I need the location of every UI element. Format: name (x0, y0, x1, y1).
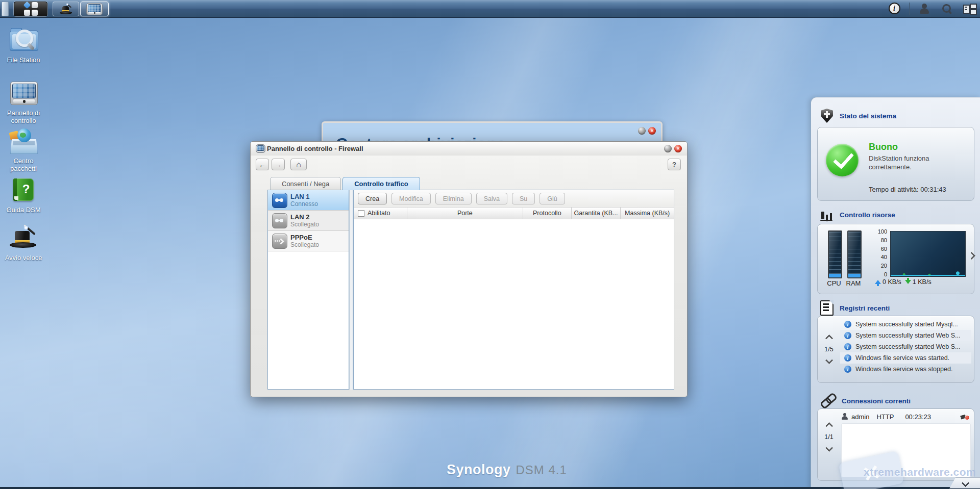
minimize-button[interactable] (638, 127, 646, 135)
magician-hat-icon (59, 3, 72, 15)
storage-manager-window[interactable]: Gestore archiviazione (322, 121, 663, 143)
log-row[interactable]: iWindows file service was started. (840, 352, 971, 364)
user-menu-button[interactable] (917, 2, 932, 15)
desktop-icon-label: Centro pacchetti (0, 157, 47, 172)
column-guaranteed[interactable]: Garantita (KB... (572, 208, 621, 219)
column-label: Porte (457, 210, 473, 217)
close-icon[interactable] (674, 145, 682, 152)
desktop-icon-dsm-help[interactable]: ? Guida DSM (0, 176, 47, 214)
taskbar-right-group: i (887, 0, 977, 17)
menu-square-icon (32, 10, 38, 16)
window-title: Pannello di controllo - Firewall (267, 145, 363, 152)
recent-logs-header: Registri recenti (820, 300, 890, 316)
synology-logo-text: Synology (447, 462, 511, 478)
page-down-icon[interactable] (825, 444, 833, 452)
resource-expand-chevron-icon[interactable] (968, 252, 976, 260)
taskbar-separator (909, 3, 910, 15)
desktop-icon-file-station[interactable]: File Station (0, 27, 47, 64)
interface-item-lan1[interactable]: LAN 1 Connesso (268, 190, 349, 211)
page-up-icon[interactable] (825, 422, 833, 430)
tab-traffic-control[interactable]: Controllo traffico (342, 177, 420, 190)
log-row[interactable]: iSystem successfully started Web S... (840, 341, 971, 352)
window-titlebar[interactable]: Pannello di controllo - Firewall (251, 142, 687, 156)
edit-button[interactable]: Modifica (391, 193, 431, 204)
connections-card: 1/1 admin HTTP 00:23:23 (817, 408, 974, 481)
up-button[interactable]: Su (512, 193, 535, 204)
select-all-checkbox[interactable] (358, 210, 364, 217)
rules-table-body[interactable] (354, 219, 674, 389)
delete-button[interactable]: Elimina (435, 193, 472, 204)
ytick: 100 (878, 228, 887, 235)
firewall-content: Consenti / Nega Controllo traffico LAN 1… (257, 176, 680, 391)
dsm-help-icon: ? (9, 176, 38, 203)
log-row[interactable]: iWindows file service was stopped. (840, 364, 971, 375)
log-row[interactable]: iSystem successfully started Web S... (840, 330, 971, 341)
quick-launch-button[interactable] (53, 2, 79, 16)
disconnect-icon[interactable] (961, 413, 970, 420)
page-indicator: 1/1 (824, 433, 833, 441)
save-button[interactable]: Salva (476, 193, 507, 204)
system-info-button[interactable]: i (887, 2, 902, 15)
menu-diamond-icon (23, 2, 31, 9)
search-button[interactable] (939, 2, 954, 15)
help-button[interactable]: ? (668, 159, 681, 170)
desktop-icon-label: Guida DSM (0, 206, 47, 214)
pilot-view-button[interactable] (962, 2, 977, 15)
traffic-rules-panel: Crea Modifica Elimina Salva Su Giù Abili… (353, 190, 674, 390)
desktop-icon-quick-start[interactable]: Avvio veloce (0, 224, 47, 262)
widget-title: Connessioni correnti (842, 397, 911, 405)
desktop-icon-label: Pannello di controllo (0, 109, 47, 124)
connection-row[interactable]: admin HTTP 00:23:23 (841, 411, 970, 422)
interface-item-lan2[interactable]: LAN 2 Scollegato (268, 211, 349, 231)
page-up-icon[interactable] (825, 334, 833, 343)
back-button[interactable]: ← (256, 159, 269, 170)
interface-status: Connesso (290, 200, 318, 208)
main-menu-icon (24, 2, 38, 16)
user-icon (919, 4, 930, 14)
home-button[interactable]: ⌂ (290, 159, 307, 170)
connections-header: Connessioni correnti (820, 393, 911, 408)
widget-title: Controllo risorse (840, 211, 895, 219)
tab-allow-deny[interactable]: Consenti / Nega (270, 177, 341, 190)
chain-link-icon (820, 393, 836, 408)
bottom-edge-bar (0, 487, 980, 489)
forward-button[interactable]: → (272, 159, 285, 170)
rules-toolbar: Crea Modifica Elimina Salva Su Giù (354, 190, 674, 208)
column-ports[interactable]: Porte (407, 208, 523, 219)
close-icon[interactable] (648, 127, 656, 135)
log-row[interactable]: iSystem successfully started Mysql... (840, 319, 971, 330)
menu-square-icon (32, 2, 38, 8)
page-down-icon[interactable] (825, 356, 833, 365)
taskbar-active-window-button[interactable] (80, 2, 109, 16)
connection-duration: 00:23:23 (905, 413, 931, 421)
minimize-button[interactable] (664, 145, 672, 152)
system-health-card: Buono DiskStation funziona correttamente… (817, 127, 974, 201)
interface-item-pppoe[interactable]: PPPoE Scollegato (268, 231, 349, 251)
desktop-icon-label: Avvio veloce (0, 254, 47, 262)
create-button[interactable]: Crea (358, 193, 387, 204)
tab-strip: Consenti / Nega Controllo traffico (270, 176, 420, 190)
show-desktop-button[interactable] (2, 2, 9, 16)
uptime-text: Tempo di attività: 00:31:43 (869, 186, 946, 193)
panel-splitter[interactable] (349, 190, 353, 390)
column-enabled[interactable]: Abilitato (354, 208, 407, 219)
main-menu-button[interactable] (14, 2, 47, 16)
status-ok-icon (826, 144, 859, 176)
window-app-icon (256, 144, 264, 152)
column-maximum[interactable]: Massima (KB/s) (621, 208, 674, 219)
down-button[interactable]: Giù (540, 193, 565, 204)
lan-disconnected-icon (272, 213, 287, 228)
page-indicator: 1/5 (824, 346, 833, 353)
firewall-window: Pannello di controllo - Firewall ← → ⌂ ?… (250, 141, 688, 397)
upload-arrow-icon (875, 280, 881, 284)
column-protocol[interactable]: Protocollo (523, 208, 572, 219)
cpu-meter (828, 230, 842, 278)
connection-user: admin (851, 413, 869, 421)
interface-name: LAN 1 (290, 193, 310, 200)
log-text: System successfully started Web S... (855, 343, 960, 350)
logs-pager: 1/5 (818, 316, 840, 382)
info-icon: i (844, 366, 851, 373)
desktop-icon-package-center[interactable]: Centro pacchetti (0, 127, 47, 172)
desktop-icon-control-panel[interactable]: Pannello di controllo (0, 80, 47, 124)
ytick: 0 (884, 271, 887, 277)
